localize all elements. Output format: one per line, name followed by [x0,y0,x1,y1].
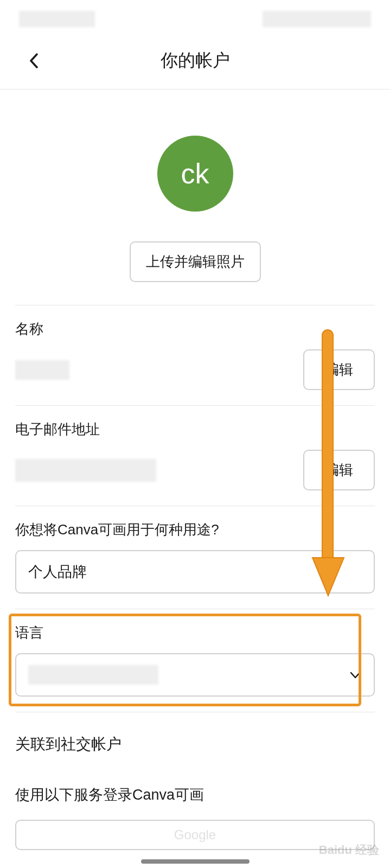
chevron-left-icon [29,53,39,68]
language-field-section: 语言 [0,609,390,712]
name-value-redacted [15,360,69,380]
email-row: 编辑 [15,450,375,506]
email-value-redacted [15,459,156,482]
status-redacted-left [19,11,95,27]
social-subtitle: 使用以下服务登录Canva可画 [0,755,390,805]
status-bar [0,0,390,38]
avatar-section: ck 上传并编辑照片 [0,90,390,298]
email-field-section: 电子邮件地址 编辑 [0,406,390,506]
avatar[interactable]: ck [157,136,233,212]
edit-email-button[interactable]: 编辑 [303,450,375,490]
edit-name-button[interactable]: 编辑 [303,349,375,390]
chevron-down-icon [349,668,362,681]
usage-value: 个人品牌 [28,562,87,582]
language-select[interactable] [15,653,375,697]
page-title: 你的帐户 [16,49,374,73]
language-value-redacted [28,665,158,685]
watermark: Baidu 经验 [319,842,379,858]
usage-select[interactable]: 个人品牌 [15,550,375,593]
google-label: Google [174,827,216,843]
social-title: 关联到社交帐户 [0,712,390,755]
name-field-section: 名称 编辑 [0,305,390,406]
usage-label: 你想将Canva可画用于何种用途? [15,520,375,539]
name-row: 编辑 [15,349,375,406]
upload-photo-button[interactable]: 上传并编辑照片 [130,241,261,282]
back-button[interactable] [26,53,42,69]
status-redacted-right [263,11,371,27]
email-label: 电子邮件地址 [15,420,375,439]
header: 你的帐户 [0,38,390,90]
name-label: 名称 [15,320,375,339]
usage-field-section: 你想将Canva可画用于何种用途? 个人品牌 [0,506,390,609]
language-label: 语言 [15,623,375,642]
home-indicator [141,859,250,864]
